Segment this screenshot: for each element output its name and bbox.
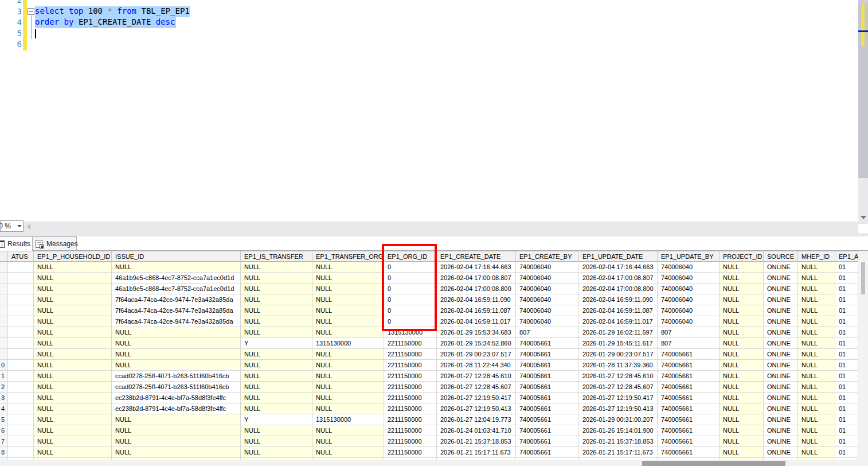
grid-cell[interactable]: NULL [798,360,835,371]
grid-cell[interactable]: 2026-01-29 00:23:07.517 [579,349,658,360]
grid-cell[interactable]: 2026-02-04 16:59:11.090 [437,294,516,305]
grid-cell[interactable]: 01 [835,436,858,447]
grid-cell[interactable]: 2026-02-04 16:59:11.087 [579,305,658,316]
grid-cell[interactable]: 740005661 [658,360,720,371]
grid-cell[interactable]: NULL [720,305,764,316]
grid-cell[interactable]: 807 [516,327,579,338]
grid-cell[interactable] [8,305,34,316]
grid-cell[interactable]: NULL [34,425,112,436]
grid-cell[interactable] [8,436,34,447]
grid-cell[interactable]: NULL [34,414,112,425]
grid-cell[interactable]: NULL [112,447,241,458]
grid-cell[interactable] [8,349,34,360]
grid-cell[interactable]: 46a1b9e5-c868-4ec7-8752-cca7a1ec0d1d [112,284,241,294]
grid-cell[interactable]: 2026-02-04 17:00:08.800 [437,284,516,294]
grid-cell[interactable]: NULL [720,360,764,371]
grid-cell[interactable]: NULL [798,338,835,349]
grid-cell[interactable]: 01 [835,284,858,294]
tab-messages[interactable]: Messages [33,236,77,251]
grid-cell[interactable]: 01 [835,305,858,316]
grid-cell[interactable]: NULL [241,425,312,436]
grid-cell[interactable] [8,371,34,382]
column-header-EP1_CREATE_BY[interactable]: EP1_CREATE_BY [516,251,579,262]
grid-cell[interactable]: ONLINE [764,371,798,382]
grid-cell[interactable]: NULL [798,273,835,284]
grid-cell[interactable]: NULL [312,382,384,393]
grid-cell[interactable]: NULL [720,338,764,349]
grid-cell[interactable]: NULL [241,316,312,327]
row-number-cell[interactable]: 2 [0,382,8,393]
grid-cell[interactable]: ONLINE [764,425,798,436]
grid-cell[interactable]: 7f64aca4-74ca-42ce-9474-7e3a432a85da [112,316,241,327]
grid-cell[interactable]: NULL [720,382,764,393]
grid-cell[interactable]: NULL [312,436,384,447]
grid-cell[interactable]: ec238b2d-8791-4c4e-bf7a-58d8f3fe4ffc [112,403,241,414]
grid-cell[interactable]: 2211150000 [384,360,437,371]
grid-cell[interactable]: 807 [658,338,720,349]
grid-cell[interactable]: 7f64aca4-74ca-42ce-9474-7e3a432a85da [112,294,241,305]
grid-cell[interactable]: NULL [720,436,764,447]
grid-cell[interactable]: 2211150000 [384,447,437,458]
grid-cell[interactable]: 1315130000 [312,414,384,425]
grid-cell[interactable]: Y [241,414,312,425]
grid-cell[interactable]: 2026-02-04 17:16:44.663 [437,262,516,273]
column-header-SOURCE[interactable]: SOURCE [764,251,798,262]
grid-cell[interactable]: 2211150000 [384,393,437,403]
grid-cell[interactable]: NULL [312,327,384,338]
grid-cell[interactable]: NULL [241,371,312,382]
grid-cell[interactable]: ec238b2d-8791-4c4e-bf7a-58d8f3fe4ffc [112,393,241,403]
row-header-corner[interactable] [0,251,8,262]
grid-cell[interactable]: 01 [835,447,858,458]
grid-cell[interactable]: NULL [798,382,835,393]
grid-cell[interactable]: 740005661 [516,349,579,360]
grid-cell[interactable]: NULL [312,273,384,284]
grid-vertical-scrollbar[interactable] [858,251,868,466]
column-header-ATUS[interactable]: ATUS [8,251,34,262]
grid-cell[interactable]: NULL [798,436,835,447]
grid-cell[interactable]: 2026-01-29 15:53:34.683 [437,327,516,338]
grid-cell[interactable]: NULL [720,273,764,284]
grid-cell[interactable]: NULL [720,327,764,338]
grid-cell[interactable]: 2026-01-28 11:37:39.360 [579,360,658,371]
grid-cell[interactable]: 740005661 [658,382,720,393]
grid-cell[interactable]: NULL [34,338,112,349]
grid-cell[interactable]: 740005661 [658,403,720,414]
grid-cell[interactable]: 2211150000 [384,436,437,447]
grid-cell[interactable]: NULL [798,403,835,414]
column-header-ISSUE_ID[interactable]: ISSUE_ID [112,251,241,262]
grid-cell[interactable]: NULL [798,284,835,294]
row-number-cell[interactable]: 8 [0,447,8,458]
grid-cell[interactable]: 740005661 [658,414,720,425]
grid-cell[interactable]: 740006040 [516,294,579,305]
grid-cell[interactable]: NULL [798,447,835,458]
grid-cell[interactable]: 740006040 [658,273,720,284]
grid-cell[interactable]: 740006040 [658,262,720,273]
column-header-EP1_UPDATE_DATE[interactable]: EP1_UPDATE_DATE [579,251,658,262]
grid-cell[interactable]: 2026-01-27 12:28:45.610 [437,371,516,382]
grid-cell[interactable]: 2026-01-29 15:45:11.617 [579,338,658,349]
grid-cell[interactable]: 740006040 [516,316,579,327]
grid-cell[interactable]: NULL [798,425,835,436]
grid-cell[interactable]: NULL [241,305,312,316]
grid-cell[interactable]: ccad0278-25ff-4071-b263-511f60b416cb [112,382,241,393]
grid-cell[interactable]: ONLINE [764,294,798,305]
grid-cell[interactable]: NULL [241,360,312,371]
grid-cell[interactable]: 2026-01-21 15:37:18.853 [437,436,516,447]
grid-cell[interactable]: 2026-01-29 15:34:52.860 [437,338,516,349]
grid-cell[interactable]: NULL [312,305,384,316]
grid-cell[interactable] [8,382,34,393]
grid-cell[interactable]: NULL [241,403,312,414]
grid-cell[interactable]: ONLINE [764,403,798,414]
grid-cell[interactable]: NULL [241,447,312,458]
grid-cell[interactable]: NULL [34,403,112,414]
editor-vertical-scrollbar[interactable] [858,0,868,224]
grid-cell[interactable]: ccad0278-25ff-4071-b263-511f60b416cb [112,371,241,382]
grid-cell[interactable]: NULL [241,262,312,273]
grid-cell[interactable]: 01 [835,327,858,338]
grid-cell[interactable]: NULL [241,294,312,305]
grid-cell[interactable] [8,360,34,371]
tab-results[interactable]: Results [0,236,33,251]
grid-cell[interactable]: 740006040 [658,305,720,316]
grid-cell[interactable]: ONLINE [764,327,798,338]
grid-cell[interactable]: NULL [34,284,112,294]
